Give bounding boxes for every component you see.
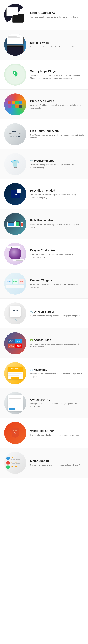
feature-desc-boxed-wide: You can choose between Boxed & Wide vers… xyxy=(30,46,84,48)
feature-item-responsive: Fully ResponsiveLooks awesome no matter … xyxy=(0,209,88,239)
feature-circle-light-dark xyxy=(4,4,26,26)
feature-circle-widgets: Widget Widget Widget xyxy=(4,272,26,294)
feature-desc-accesspress: WP plugin to display your social account… xyxy=(30,343,84,348)
dark-screen xyxy=(13,14,24,23)
feature-text-accesspress: ✅AccessPressWP plugin to display your so… xyxy=(30,338,84,348)
feature-item-woocommerce: 👕 SHOP 🛒WooCommerceThere are 6 shop page… xyxy=(0,149,88,179)
feature-item-colors: Predefined ColorsWe've got a flexible co… xyxy=(0,90,88,120)
unyson-visual: UNYSON 🔧 xyxy=(10,306,21,321)
feature-item-customize: Main logo image that - logo Select your … xyxy=(0,239,88,269)
dual-screen-visual xyxy=(6,6,24,24)
feature-circle-colors xyxy=(4,94,26,116)
feature-circle-customize: Main logo image that - logo Select your … xyxy=(4,243,26,265)
feature-circle-mailchimp: REGISTER FOROUR NEWSLETTER xyxy=(4,362,26,384)
feature-desc-contact: Manage contact forms and customize every… xyxy=(30,402,84,408)
feature-text-colors: Predefined ColorsWe've got a flexible co… xyxy=(30,99,84,110)
feature-title-maps: Snazzy Maps Plugin xyxy=(30,70,84,73)
feature-circle-support: ★★★★★ Customer Support ★★★★★ Customer Su… xyxy=(4,452,26,474)
feature-item-widgets: Widget Widget Widget Custom Widge xyxy=(0,269,88,298)
html5-visual: HTML 5 xyxy=(11,428,19,438)
feature-text-html5: Valid HTML5 CodeIt makes site promotion … xyxy=(30,429,84,437)
feature-desc-maps: Snazzy Maps Plugin is a repository of di… xyxy=(30,74,84,80)
feature-title-widgets: Custom Widgets xyxy=(30,278,84,282)
psd-visual: Ps PSD xyxy=(11,190,20,198)
feature-title-unyson: 🔧Unyson Support xyxy=(30,310,84,313)
customize-visual: Main logo image that - logo Select your … xyxy=(6,245,24,263)
feature-title-support: 5-star Support xyxy=(30,459,84,462)
feature-circle-fonts: Aa Bb Cc FONTS & ICONS ☆ ♦ ✓ ★ xyxy=(4,123,26,145)
feature-item-fonts: Aa Bb Cc FONTS & ICONS ☆ ♦ ✓ ★ Free Font… xyxy=(0,120,88,149)
feature-text-mailchimp: ✉️MailchimpMailChimp is an email marketi… xyxy=(30,368,84,378)
feature-title-boxed-wide: Boxed & Wide xyxy=(30,41,84,44)
responsive-visual xyxy=(7,221,23,227)
feature-circle-accesspress: 10.7K Facebook 5.1K Twitter 2.3K Google+… xyxy=(4,332,26,354)
feature-desc-mailchimp: MailChimp is an email marketing service … xyxy=(30,372,84,378)
typography-visual: Aa Bb Cc FONTS & ICONS ☆ ♦ ✓ ★ xyxy=(8,130,23,138)
feature-text-unyson: 🔧Unyson SupportUnyson support for creati… xyxy=(30,310,84,317)
unyson-icon: 🔧 xyxy=(30,310,33,313)
feature-title-colors: Predefined Colors xyxy=(30,99,84,103)
feature-circle-boxed-wide xyxy=(4,34,26,56)
mailchimp-visual: REGISTER FOROUR NEWSLETTER xyxy=(8,367,23,380)
feature-item-boxed-wide: Boxed & WideYou can choose between Boxed… xyxy=(0,30,88,60)
feature-item-unyson: UNYSON 🔧 🔧Unyson SupportUnyson support f… xyxy=(0,298,88,328)
feature-circle-responsive xyxy=(4,213,26,235)
feature-item-accesspress: 10.7K Facebook 5.1K Twitter 2.3K Google+… xyxy=(0,328,88,358)
contact-form-visual: Contact Form xyxy=(8,395,23,412)
feature-desc-html5: It makes site promotion in search engine… xyxy=(30,434,84,437)
light-screen xyxy=(6,7,18,16)
feature-item-psd: Ps PSD PSD Files includedThe PSD files a… xyxy=(0,179,88,209)
feature-item-mailchimp: REGISTER FOROUR NEWSLETTER ✉️MailchimpMa… xyxy=(0,358,88,388)
support-visual: ★★★★★ Customer Support ★★★★★ Customer Su… xyxy=(6,456,24,469)
feature-title-responsive: Fully Responsive xyxy=(30,219,84,222)
feature-text-light-dark: Light & Dark SkinsYou can choose between… xyxy=(30,11,84,18)
feature-item-maps: Snazzy Maps PluginSnazzy Maps Plugin is … xyxy=(0,60,88,90)
map-visual xyxy=(13,71,17,78)
feature-desc-colors: We've got a flexible color customizer to… xyxy=(30,104,84,110)
feature-circle-html5: HTML 5 xyxy=(4,422,26,444)
feature-text-boxed-wide: Boxed & WideYou can choose between Boxed… xyxy=(30,41,84,48)
feature-item-light-dark: Light & Dark SkinsYou can choose between… xyxy=(0,0,88,30)
feature-desc-woocommerce: There are 6 shop pages (including Single… xyxy=(30,164,84,169)
mailchimp-icon: ✉️ xyxy=(30,369,33,371)
feature-text-customize: Easy to CustomizeClean, valid, well comm… xyxy=(30,249,84,259)
social-visual: 10.7K Facebook 5.1K Twitter 2.3K Google+… xyxy=(8,339,22,348)
color-swatches-visual xyxy=(8,101,22,108)
feature-title-woocommerce: 🛒WooCommerce xyxy=(30,159,84,162)
feature-circle-unyson: UNYSON 🔧 xyxy=(4,302,26,324)
feature-desc-widgets: We created beautiful widgets to represen… xyxy=(30,283,84,289)
feature-text-fonts: Free Fonts, Icons, etcOnly Google Fonts … xyxy=(30,129,84,140)
feature-title-psd: PSD Files included xyxy=(30,189,84,192)
feature-title-light-dark: Light & Dark Skins xyxy=(30,11,84,14)
feature-desc-unyson: Unyson support for creating beautiful cu… xyxy=(30,314,84,317)
screen-visual xyxy=(7,34,24,56)
feature-text-maps: Snazzy Maps PluginSnazzy Maps Plugin is … xyxy=(30,70,84,80)
feature-circle-woocommerce: 👕 SHOP xyxy=(4,153,26,175)
feature-text-support: 5-star SupportOur highly professional te… xyxy=(30,459,84,466)
feature-title-contact: Contact Form 7 xyxy=(30,398,84,401)
feature-title-html5: Valid HTML5 Code xyxy=(30,429,84,433)
feature-circle-psd: Ps PSD xyxy=(4,183,26,205)
feature-text-responsive: Fully ResponsiveLooks awesome no matter … xyxy=(30,219,84,229)
feature-text-woocommerce: 🛒WooCommerceThere are 6 shop pages (incl… xyxy=(30,159,84,169)
feature-desc-light-dark: You can choose between Light and Dark sk… xyxy=(30,16,84,18)
feature-circle-contact: Contact Form xyxy=(4,392,26,414)
feature-desc-support: Our highly professional team of support … xyxy=(30,464,84,466)
woo-icon: 🛒 xyxy=(30,160,33,162)
feature-text-psd: PSD Files includedThe PSD files are perf… xyxy=(30,189,84,199)
widgets-visual: Widget Widget Widget xyxy=(6,279,24,288)
accesspress-icon: ✅ xyxy=(30,339,33,341)
feature-item-html5: HTML 5 Valid HTML5 CodeIt makes site pro… xyxy=(0,418,88,448)
feature-text-contact: Contact Form 7Manage contact forms and c… xyxy=(30,398,84,408)
feature-desc-customize: Clean, valid, well commented & formatted… xyxy=(30,253,84,259)
feature-desc-responsive: Looks awesome no matter if your visitors… xyxy=(30,223,84,229)
features-list: Light & Dark SkinsYou can choose between… xyxy=(0,0,88,478)
feature-item-contact: Contact Form Contact Form 7Manage contac… xyxy=(0,388,88,418)
feature-title-fonts: Free Fonts, Icons, etc xyxy=(30,129,84,132)
feature-text-widgets: Custom WidgetsWe created beautiful widge… xyxy=(30,278,84,289)
feature-title-mailchimp: ✉️Mailchimp xyxy=(30,368,84,372)
woocommerce-visual: 👕 SHOP xyxy=(11,160,20,168)
feature-title-customize: Easy to Customize xyxy=(30,249,84,252)
feature-item-support: ★★★★★ Customer Support ★★★★★ Customer Su… xyxy=(0,448,88,478)
feature-desc-fonts: Only Google Fonts are being used. Font A… xyxy=(30,134,84,140)
